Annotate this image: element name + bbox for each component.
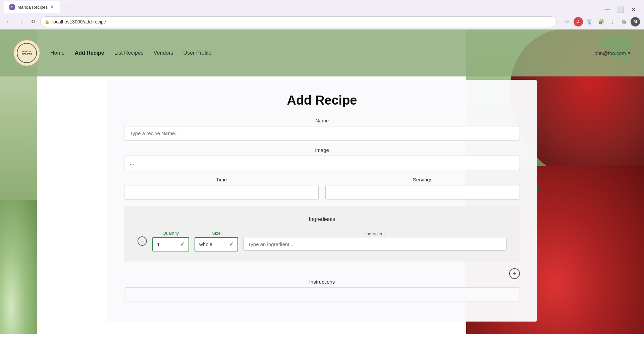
browser-tab[interactable]: R Manoa Recipes ✕ — [4, 1, 60, 13]
address-bar[interactable]: 🔒 localhost:3000/add-recipe — [40, 16, 557, 27]
add-ingredient-button[interactable]: + — [509, 268, 520, 279]
cast-icon[interactable]: 📡 — [585, 17, 594, 26]
page-title: Add Recipe — [124, 93, 520, 108]
tab-title: Manoa Recipes — [17, 5, 48, 10]
minimize-button[interactable]: ─ — [602, 5, 613, 15]
page-wrapper: MANOA RECIPES Home Add Recipe List Recip… — [0, 30, 644, 334]
menu-icon[interactable]: ⋮ — [608, 17, 617, 26]
close-window-button[interactable]: ✕ — [628, 5, 639, 14]
ingredient-label: Ingredient — [244, 231, 506, 236]
window-controls: ─ ⬜ ✕ — [602, 5, 639, 15]
remove-ingredient-button[interactable]: − — [138, 236, 147, 246]
name-input[interactable] — [124, 126, 520, 140]
user-email: john@foo.com — [593, 50, 626, 56]
ingredient-row: − Quantity ✓ Size — [138, 231, 506, 251]
lock-icon: 🔒 — [45, 19, 50, 24]
add-ingredient-row: + — [124, 268, 520, 279]
user-menu[interactable]: john@foo.com ▾ — [593, 50, 631, 56]
nav-vendors[interactable]: Vendors — [154, 50, 173, 56]
user-dropdown-icon: ▾ — [628, 50, 631, 56]
time-label: Time — [124, 177, 319, 182]
logo-text: MANOA RECIPES — [17, 43, 37, 63]
image-label: Image — [124, 147, 520, 153]
logo[interactable]: MANOA RECIPES — [13, 40, 40, 66]
user-button[interactable]: M — [631, 17, 640, 26]
quantity-input[interactable] — [157, 241, 177, 247]
size-label: Size — [195, 231, 238, 236]
new-tab-button[interactable]: + — [62, 2, 71, 12]
nav-home[interactable]: Home — [50, 50, 65, 56]
ingredients-section: Ingredients − Quantity ✓ — [124, 206, 520, 262]
image-input[interactable] — [124, 156, 520, 170]
nav-user-profile[interactable]: User Profile — [183, 50, 212, 56]
time-group: Time — [124, 177, 319, 199]
instructions-group: Instructions — [124, 279, 520, 301]
servings-group: Servings — [325, 177, 520, 199]
bookmark-icon[interactable]: ☆ — [562, 17, 572, 26]
tab-favicon: R — [9, 4, 15, 10]
size-field-wrap: Size ✓ — [195, 231, 238, 251]
nav-list-recipes[interactable]: List Recipes — [114, 50, 144, 56]
name-label: Name — [124, 118, 520, 123]
ingredient-input[interactable] — [244, 238, 506, 251]
size-field[interactable]: ✓ — [195, 237, 238, 251]
servings-input[interactable] — [325, 185, 520, 199]
maximize-button[interactable]: ⬜ — [614, 5, 627, 14]
size-check-icon: ✓ — [229, 241, 233, 247]
main-content: Add Recipe Name Image Time — [107, 80, 537, 322]
browser-nav-bar: ← → ↻ 🔒 localhost:3000/add-recipe ☆ J 📡 … — [0, 14, 644, 30]
add-icon: + — [513, 270, 517, 278]
forward-button[interactable]: → — [16, 17, 25, 26]
nav-add-recipe[interactable]: Add Recipe — [75, 50, 104, 56]
svg-text:R: R — [11, 6, 13, 8]
split-icon[interactable]: ⧉ — [619, 17, 629, 26]
tab-close-button[interactable]: ✕ — [50, 4, 54, 10]
image-group: Image — [124, 147, 520, 170]
url-text: localhost:3000/add-recipe — [52, 19, 552, 24]
time-input[interactable] — [124, 185, 319, 199]
browser-toolbar: ☆ J 📡 🧩 ⋮ ⧉ M — [562, 17, 640, 26]
nav-links: Home Add Recipe List Recipes Vendors Use… — [50, 50, 593, 56]
ingredients-title: Ingredients — [138, 216, 506, 222]
quantity-label: Quantity — [152, 231, 189, 236]
back-button[interactable]: ← — [4, 17, 13, 26]
navbar: MANOA RECIPES Home Add Recipe List Recip… — [0, 30, 644, 76]
extensions-icon[interactable]: 🧩 — [596, 17, 606, 26]
time-servings-row: Time Servings — [124, 177, 520, 206]
quantity-field-wrap: Quantity ✓ — [152, 231, 189, 251]
remove-icon: − — [141, 238, 144, 244]
ingredient-field-wrap: Ingredient — [244, 231, 506, 251]
name-group: Name — [124, 118, 520, 140]
quantity-field[interactable]: ✓ — [152, 237, 189, 251]
reload-button[interactable]: ↻ — [28, 17, 38, 26]
instructions-title: Instructions — [124, 279, 520, 285]
profile-icon[interactable]: J — [574, 17, 583, 26]
size-input[interactable] — [199, 241, 226, 247]
servings-label: Servings — [325, 177, 520, 182]
content-area: Add Recipe Name Image Time — [0, 76, 644, 334]
quantity-check-icon: ✓ — [180, 241, 184, 247]
instructions-box — [124, 287, 520, 301]
